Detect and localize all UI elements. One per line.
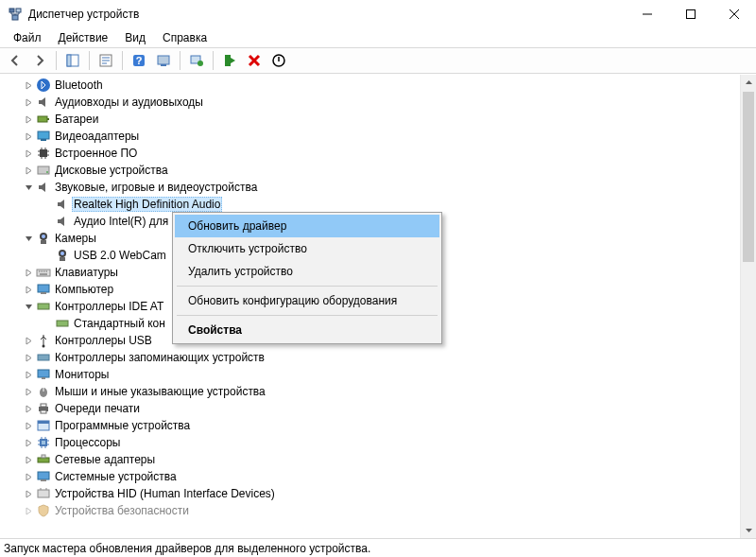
tree-label: Компьютер	[55, 283, 113, 296]
expand-icon[interactable]	[21, 129, 36, 144]
ctx-disable[interactable]: Отключить устройство	[175, 237, 439, 260]
collapse-icon[interactable]	[21, 299, 36, 314]
expand-icon[interactable]	[21, 452, 36, 467]
svg-rect-31	[41, 292, 46, 294]
expand-icon[interactable]	[21, 333, 36, 348]
expand-icon[interactable]	[21, 282, 36, 297]
scan-hardware-button[interactable]	[152, 50, 175, 71]
expand-icon[interactable]	[21, 384, 36, 399]
storage-icon	[36, 350, 51, 365]
menu-view[interactable]: Вид	[117, 29, 153, 46]
menu-help[interactable]: Справка	[155, 29, 215, 46]
svg-rect-33	[57, 321, 68, 326]
collapse-icon[interactable]	[21, 180, 36, 195]
vertical-scrollbar[interactable]	[740, 75, 756, 538]
expand-icon[interactable]	[21, 435, 36, 450]
svg-rect-32	[38, 304, 49, 309]
expand-icon[interactable]	[21, 367, 36, 382]
tree-node-software-devices[interactable]: Программные устройства	[0, 417, 740, 434]
expand-icon[interactable]	[21, 350, 36, 365]
tree-node-storage[interactable]: Контроллеры запоминающих устройств	[0, 349, 740, 366]
tree-node-video-adapters[interactable]: Видеоадаптеры	[0, 128, 740, 145]
tree-node-sound[interactable]: Звуковые, игровые и видеоустройства	[0, 179, 740, 196]
tree-label: Батареи	[55, 113, 98, 126]
svg-rect-28	[60, 257, 65, 261]
tree-node-mice[interactable]: Мыши и иные указывающие устройства	[0, 383, 740, 400]
camera-icon	[55, 248, 70, 263]
svg-text:?: ?	[136, 55, 143, 66]
expand-icon[interactable]	[21, 146, 36, 161]
help-button[interactable]: ?	[128, 50, 150, 71]
tree-container: Bluetooth Аудиовходы и аудиовыходы Батар…	[0, 74, 756, 538]
collapse-icon[interactable]	[21, 231, 36, 246]
tree-node-network[interactable]: Сетевые адаптеры	[0, 451, 740, 468]
tree-label: Сетевые адаптеры	[55, 453, 155, 466]
expand-icon[interactable]	[21, 486, 36, 501]
expand-icon[interactable]	[21, 112, 36, 127]
tree-node-realtek[interactable]: Realtek High Definition Audio	[0, 196, 740, 213]
device-tree[interactable]: Bluetooth Аудиовходы и аудиовыходы Батар…	[0, 75, 740, 538]
ctx-separator	[177, 315, 438, 316]
back-button[interactable]	[4, 50, 26, 71]
scroll-thumb[interactable]	[743, 92, 754, 262]
svg-point-27	[60, 252, 64, 255]
tree-node-audio-io[interactable]: Аудиовходы и аудиовыходы	[0, 94, 740, 111]
tree-label: Устройства безопасности	[55, 504, 189, 517]
tree-label: Встроенное ПО	[55, 147, 137, 160]
scroll-up-button[interactable]	[741, 75, 756, 91]
scroll-down-button[interactable]	[741, 522, 756, 538]
expand-icon[interactable]	[21, 401, 36, 416]
enable-device-button[interactable]	[218, 50, 241, 71]
tree-label: Звуковые, игровые и видеоустройства	[55, 181, 257, 194]
disk-icon	[36, 163, 51, 178]
svg-rect-2	[12, 15, 18, 20]
tree-label: Процессоры	[55, 436, 121, 449]
minimize-button[interactable]	[626, 0, 669, 28]
computer-icon	[36, 282, 51, 297]
speaker-icon	[36, 95, 51, 110]
tree-label: Очереди печати	[55, 402, 140, 415]
menu-bar: Файл Действие Вид Справка	[0, 28, 756, 47]
svg-rect-5	[67, 55, 71, 66]
ctx-update-driver[interactable]: Обновить драйвер	[175, 215, 439, 237]
expand-icon[interactable]	[21, 163, 36, 178]
forward-button[interactable]	[28, 50, 51, 71]
menu-file[interactable]: Файл	[6, 29, 49, 46]
tree-node-monitors[interactable]: Мониторы	[0, 366, 740, 383]
svg-rect-41	[41, 410, 46, 413]
speaker-icon	[36, 180, 51, 195]
update-driver-button[interactable]	[185, 50, 208, 71]
tree-node-processors[interactable]: Процессоры	[0, 434, 740, 451]
expand-icon[interactable]	[21, 78, 36, 93]
uninstall-device-button[interactable]	[243, 50, 266, 71]
tree-node-hid[interactable]: Устройства HID (Human Interface Devices)	[0, 485, 740, 502]
ctx-properties[interactable]: Свойства	[175, 319, 439, 341]
svg-rect-30	[38, 285, 49, 292]
expand-icon[interactable]	[21, 469, 36, 484]
expand-icon[interactable]	[21, 265, 36, 280]
tree-node-firmware[interactable]: Встроенное ПО	[0, 145, 740, 162]
svg-rect-36	[38, 370, 49, 377]
ctx-scan[interactable]: Обновить конфигурацию оборудования	[175, 289, 439, 312]
close-button[interactable]	[713, 0, 756, 28]
tree-node-batteries[interactable]: Батареи	[0, 111, 740, 128]
maximize-button[interactable]	[669, 0, 713, 28]
tree-label: Стандартный кон	[74, 317, 165, 330]
expand-icon[interactable]	[21, 503, 36, 518]
expand-icon[interactable]	[21, 418, 36, 433]
ctx-uninstall[interactable]: Удалить устройство	[175, 260, 439, 283]
tree-node-bluetooth[interactable]: Bluetooth	[0, 77, 740, 94]
tree-label: Аудио Intel(R) для	[74, 215, 168, 228]
properties-button[interactable]	[94, 50, 117, 71]
menu-action[interactable]: Действие	[51, 29, 116, 46]
tree-node-system[interactable]: Системные устройства	[0, 468, 740, 485]
svg-rect-9	[158, 56, 169, 64]
tree-node-print-queues[interactable]: Очереди печати	[0, 400, 740, 417]
tree-label: Видеоадаптеры	[55, 130, 139, 143]
tree-node-disk[interactable]: Дисковые устройства	[0, 162, 740, 179]
disable-device-button[interactable]	[267, 50, 290, 71]
expand-icon[interactable]	[21, 95, 36, 110]
show-hide-tree-button[interactable]	[61, 50, 84, 71]
tree-node-security[interactable]: Устройства безопасности	[0, 502, 740, 519]
tree-label: Клавиатуры	[55, 266, 118, 279]
